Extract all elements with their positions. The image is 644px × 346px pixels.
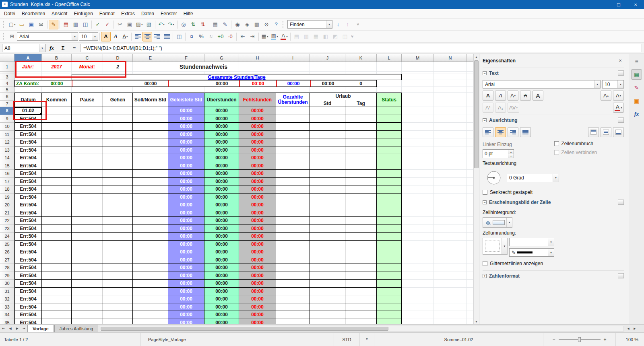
expand-icon[interactable]: + [483, 274, 487, 278]
sort-ascending-icon[interactable]: ⇅ [188, 20, 198, 29]
delete-decimal-icon[interactable]: -0 [225, 32, 235, 41]
cell-F17[interactable]: 00:00 [168, 178, 204, 186]
cell-K16[interactable] [345, 170, 377, 178]
standard-format-icon[interactable]: ≈ [206, 32, 216, 41]
cell-H32[interactable]: 00:00 [239, 295, 276, 303]
cell-K29[interactable] [345, 272, 377, 280]
cell-K31[interactable] [345, 288, 377, 296]
cell-J22[interactable] [310, 217, 345, 225]
navigator-icon[interactable]: ◈ [242, 20, 252, 29]
cell-D8[interactable] [103, 107, 133, 115]
cell-F18[interactable]: 00:00 [168, 185, 204, 194]
row-header-25[interactable]: 25 [0, 241, 14, 249]
cell-A27[interactable]: Err:504 [14, 256, 42, 264]
cell-D24[interactable] [103, 233, 133, 241]
line-style-dropdown-icon[interactable]: ▾ [548, 238, 554, 246]
print-icon[interactable]: ▥ [71, 20, 80, 29]
cell-I30[interactable] [276, 280, 310, 288]
cell-A18[interactable]: Err:504 [14, 185, 42, 194]
column-header-B[interactable]: B [42, 54, 72, 62]
cell-I28[interactable] [276, 264, 310, 272]
zoom-out-icon[interactable]: − [551, 337, 557, 342]
cell-J24[interactable] [310, 233, 345, 241]
cell-C27[interactable] [72, 256, 103, 264]
cell-H4[interactable]: 00:00 [239, 80, 276, 87]
column-header-L[interactable]: L [377, 54, 402, 62]
cell-B28[interactable] [42, 264, 72, 272]
sidebar-close-icon[interactable]: × [617, 57, 624, 64]
align-bottom-icon[interactable] [613, 127, 624, 137]
row-header-23[interactable]: 23 [0, 225, 14, 233]
font-name-combobox[interactable]: Arial ▾ [17, 32, 78, 41]
vertical-scrollbar[interactable]: ▲ ▼ [473, 54, 479, 324]
cell-B9[interactable] [42, 115, 72, 123]
status-insert-mode[interactable]: STD [334, 333, 360, 346]
cell-A13[interactable]: Err:504 [14, 146, 42, 154]
header-pause[interactable]: Pause [72, 93, 103, 107]
header-urlaub-std[interactable]: Std [310, 100, 345, 107]
cell-J21[interactable] [310, 209, 345, 217]
row-header-8[interactable]: 8 [0, 107, 14, 115]
cell-G19[interactable]: 00:00 [204, 194, 239, 202]
font-size-dropdown-icon[interactable]: ▾ [92, 33, 98, 40]
line-style-combobox[interactable]: ▾ [509, 238, 554, 246]
strikethrough-icon[interactable]: A [520, 91, 531, 101]
cell-B29[interactable] [42, 272, 72, 280]
select-all-button[interactable] [0, 54, 14, 62]
cell-D35[interactable] [103, 319, 133, 325]
cell-L14[interactable] [377, 154, 402, 162]
cell-C9[interactable] [72, 115, 103, 123]
cell-E33[interactable] [133, 303, 168, 311]
cell-C17[interactable] [72, 178, 103, 186]
cell-G29[interactable]: 00:00 [204, 272, 239, 280]
cell-C32[interactable] [72, 295, 103, 303]
cell-J28[interactable] [310, 264, 345, 272]
cell-C8[interactable] [72, 107, 103, 115]
cell-E12[interactable] [133, 138, 168, 146]
find-next-icon[interactable]: ↓ [333, 20, 343, 29]
cell-F4[interactable] [168, 80, 204, 87]
cell-E13[interactable] [133, 146, 168, 154]
functions-deck-icon[interactable]: fx [631, 109, 642, 119]
zoom-slider-thumb[interactable] [578, 337, 581, 342]
column-header-M[interactable]: M [402, 54, 434, 62]
zoom-icon[interactable]: ⊙ [262, 20, 271, 29]
line-color-dropdown-icon[interactable]: ▾ [548, 249, 554, 256]
toolbar-overflow-icon[interactable]: » [350, 34, 355, 39]
cell-D19[interactable] [103, 194, 133, 202]
cell-K24[interactable] [345, 233, 377, 241]
cell-J12[interactable] [310, 138, 345, 146]
cell-H1[interactable] [239, 62, 276, 72]
cell-H33[interactable]: 00:00 [239, 303, 276, 311]
section-cell-appearance-header[interactable]: − Erscheinungsbild der Zelle [483, 197, 624, 207]
cell-border-button[interactable]: ▾ [483, 238, 508, 255]
cell-A12[interactable]: Err:504 [14, 138, 42, 146]
zoom-in-icon[interactable]: + [602, 337, 608, 342]
menu-item-hilfe[interactable]: Hilfe [180, 10, 196, 18]
row-header-28[interactable]: 28 [0, 264, 14, 272]
cell-L1[interactable] [377, 62, 402, 72]
minimize-button[interactable]: – [593, 0, 610, 9]
cell-L28[interactable] [377, 264, 402, 272]
cell-E19[interactable] [133, 194, 168, 202]
cell-E28[interactable] [133, 264, 168, 272]
cell-I35[interactable] [276, 319, 310, 325]
cell-I10[interactable] [276, 123, 310, 131]
cell-C34[interactable] [72, 311, 103, 319]
checkbox-icon[interactable] [483, 190, 487, 195]
cell-J34[interactable] [310, 311, 345, 319]
cell-B20[interactable] [42, 201, 72, 209]
cell-A11[interactable]: Err:504 [14, 131, 42, 139]
background-color-dropdown-icon[interactable]: ▾ [506, 218, 512, 227]
cell-K18[interactable] [345, 185, 377, 194]
cell-J15[interactable] [310, 162, 345, 170]
cell-A16[interactable]: Err:504 [14, 170, 42, 178]
cell-B24[interactable] [42, 233, 72, 241]
cell-I27[interactable] [276, 256, 310, 264]
cell-E18[interactable] [133, 185, 168, 194]
cell-L13[interactable] [377, 146, 402, 154]
cell-I18[interactable] [276, 185, 310, 194]
cell-I15[interactable] [276, 162, 310, 170]
bold-icon[interactable]: A [101, 32, 111, 41]
cell-I20[interactable] [276, 201, 310, 209]
